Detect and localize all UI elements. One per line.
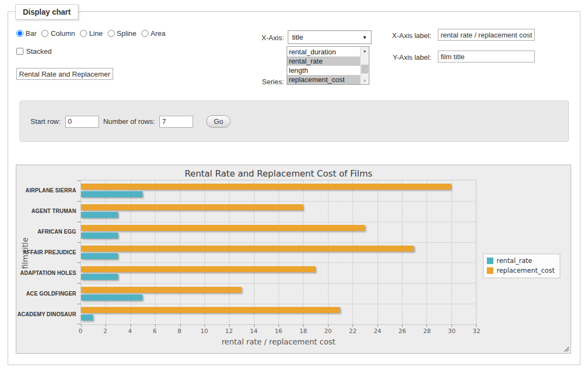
y-axis-label-field-label: Y-Axis label: bbox=[377, 53, 431, 61]
scroll-down-icon[interactable]: ▼ bbox=[361, 77, 369, 84]
scroll-up-icon[interactable]: ▲ bbox=[361, 47, 369, 54]
x-axis-select-label: X-Axis: bbox=[235, 34, 284, 42]
y-axis-tick bbox=[77, 324, 81, 324]
chart-type-option-area[interactable]: Area bbox=[141, 29, 165, 37]
y-axis-tick bbox=[77, 283, 81, 284]
chart-type-radio-area[interactable] bbox=[141, 30, 148, 37]
x-tick-label: 28 bbox=[423, 328, 431, 335]
bar-rental_rate bbox=[81, 274, 118, 280]
chart-title: Rental Rate and Replacement Cost of Film… bbox=[81, 168, 476, 179]
series-listbox-scrollbar[interactable]: ▲ ▼ bbox=[360, 47, 369, 84]
chart-type-radio-line[interactable] bbox=[80, 30, 87, 37]
x-tick-label: 22 bbox=[349, 328, 357, 335]
x-axis-label-field-label: X-Axis label: bbox=[377, 32, 431, 40]
x-axis-tick bbox=[352, 324, 353, 327]
x-tick-label: 18 bbox=[300, 328, 307, 335]
y-axis-tick bbox=[77, 222, 81, 222]
start-row-label: Start row: bbox=[30, 117, 61, 126]
chart-type-radio-column[interactable] bbox=[41, 30, 48, 37]
chart-type-radio-group: BarColumnLineSplineArea bbox=[16, 29, 165, 37]
x-tick-label: 30 bbox=[448, 328, 456, 335]
series-option-length[interactable]: length bbox=[287, 66, 360, 75]
chart-title-input[interactable] bbox=[16, 68, 113, 80]
resize-handle-icon[interactable] bbox=[563, 346, 569, 352]
y-category-labels: AIRPLANE SIERRAAGENT TRUMANAFRICAN EGGAF… bbox=[16, 180, 76, 325]
start-row-input[interactable] bbox=[65, 116, 99, 128]
x-axis-tick bbox=[131, 324, 131, 327]
x-axis-tick bbox=[155, 324, 156, 327]
x-axis-select-value: title bbox=[292, 33, 303, 41]
x-axis-tick bbox=[180, 324, 181, 327]
y-axis-tick bbox=[77, 242, 81, 243]
x-axis-select[interactable]: title ▼ bbox=[288, 30, 372, 44]
scrollbar-thumb[interactable] bbox=[361, 65, 368, 73]
chart-legend: rental_ratereplacement_cost bbox=[483, 254, 560, 278]
chart-type-radio-spline[interactable] bbox=[108, 30, 115, 37]
x-axis-tick bbox=[402, 324, 403, 327]
bar-replacement_cost bbox=[81, 266, 315, 272]
legend-item-replacement_cost[interactable]: replacement_cost bbox=[487, 267, 555, 274]
number-of-rows-input[interactable] bbox=[159, 116, 193, 128]
y-category-label: ACADEMY DINOSAUR bbox=[16, 304, 76, 325]
x-axis-tick bbox=[205, 324, 205, 327]
chart-type-radio-label: Line bbox=[89, 29, 103, 37]
chart-type-option-column[interactable]: Column bbox=[41, 29, 75, 37]
display-chart-fieldset: Display chart BarColumnLineSplineArea St… bbox=[8, 11, 580, 365]
bar-replacement_cost bbox=[81, 307, 340, 313]
chart-type-option-line[interactable]: Line bbox=[80, 29, 103, 37]
row-range-panel: Start row: Number of rows: Go bbox=[20, 101, 569, 142]
x-tick-label: 8 bbox=[178, 328, 182, 335]
bar-group bbox=[81, 201, 476, 222]
bar-rental_rate bbox=[81, 253, 118, 259]
bar-group bbox=[81, 242, 476, 263]
x-axis-tick bbox=[254, 324, 255, 327]
chart-type-radio-label: Column bbox=[51, 29, 75, 37]
y-category-label: AIRPLANE SIERRA bbox=[16, 180, 76, 200]
chart-type-radio-label: Area bbox=[151, 29, 165, 37]
x-tick-label: 6 bbox=[153, 328, 157, 335]
series-list-label: Series: bbox=[235, 78, 284, 86]
x-axis-label-input[interactable] bbox=[438, 29, 535, 41]
y-axis-tick bbox=[77, 180, 81, 181]
x-tick-label: 16 bbox=[275, 328, 282, 335]
y-axis-label-input[interactable] bbox=[438, 51, 535, 62]
scrollbar-track[interactable] bbox=[361, 54, 369, 77]
x-axis-tick bbox=[303, 324, 304, 327]
legend-label: replacement_cost bbox=[497, 267, 555, 274]
bar-rental_rate bbox=[81, 294, 143, 300]
series-option-rental_duration[interactable]: rental_duration bbox=[287, 47, 360, 57]
chart-type-radio-bar[interactable] bbox=[16, 30, 23, 37]
x-axis-title: rental rate / replacement cost bbox=[81, 337, 476, 346]
bar-rental_rate bbox=[81, 233, 118, 239]
x-axis-tick bbox=[229, 324, 230, 327]
bar-group bbox=[81, 304, 476, 324]
stacked-option[interactable]: Stacked bbox=[16, 47, 52, 55]
y-axis-tick bbox=[77, 201, 81, 202]
series-listbox-options: rental_durationrental_ratelengthreplacem… bbox=[287, 47, 360, 84]
chart-type-radio-label: Spline bbox=[117, 29, 137, 37]
bar-replacement_cost bbox=[81, 246, 414, 252]
x-axis-tick bbox=[451, 324, 452, 327]
series-option-rental_rate[interactable]: rental_rate bbox=[287, 57, 360, 66]
go-button[interactable]: Go bbox=[206, 115, 231, 128]
x-tick-label: 12 bbox=[225, 328, 233, 335]
series-option-replacement_cost[interactable]: replacement_cost bbox=[287, 75, 360, 84]
bar-replacement_cost bbox=[81, 204, 303, 210]
bar-group bbox=[81, 180, 476, 201]
x-tick-label: 2 bbox=[103, 328, 107, 335]
x-tick-label: 4 bbox=[128, 328, 132, 335]
x-axis-tick bbox=[377, 324, 378, 327]
stacked-label: Stacked bbox=[26, 47, 52, 55]
chart-type-option-bar[interactable]: Bar bbox=[16, 29, 36, 37]
chart-type-option-spline[interactable]: Spline bbox=[108, 29, 137, 37]
bar-group bbox=[81, 222, 476, 242]
series-listbox: rental_durationrental_ratelengthreplacem… bbox=[287, 46, 369, 85]
chart-container: Rental Rate and Replacement Cost of Film… bbox=[16, 165, 571, 354]
x-tick-label: 26 bbox=[399, 328, 406, 335]
legend-item-rental_rate[interactable]: rental_rate bbox=[487, 257, 555, 265]
stacked-checkbox[interactable] bbox=[16, 48, 23, 55]
bar-rental_rate bbox=[81, 212, 118, 218]
chart-type-radio-label: Bar bbox=[26, 29, 36, 37]
x-axis-tick bbox=[106, 324, 106, 327]
y-category-label: ADAPTATION HOLES bbox=[16, 263, 76, 284]
